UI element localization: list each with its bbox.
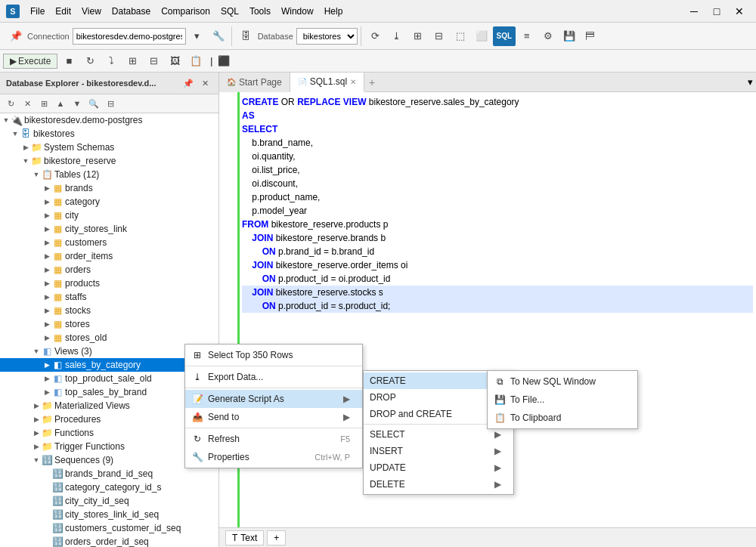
toolbar-more-btn[interactable]: ≡ [517, 26, 537, 46]
tree-table-orders[interactable]: ▶ ▦ orders [0, 263, 218, 277]
sidebar-collapse-btn[interactable]: ▲ [53, 96, 68, 111]
sidebar-disconnect-btn[interactable]: ✕ [20, 96, 35, 111]
exec-btn7[interactable]: ⬛ [214, 51, 234, 71]
toolbar-settings-btn[interactable]: ⚙ [538, 26, 558, 46]
menu-send-to[interactable]: 📤 Send to ▶ [185, 408, 362, 426]
stop-button[interactable]: ■ [59, 51, 79, 71]
sidebar-filter2-btn[interactable]: ⊟ [103, 96, 118, 111]
send-to-arrow-icon: ▶ [343, 412, 350, 422]
tab-sql1-close[interactable]: ✕ [350, 78, 356, 86]
menu-window[interactable]: Window [277, 5, 318, 18]
tab-start-page[interactable]: 🏠 Start Page [219, 73, 290, 92]
table-icon-stores-old: ▦ [51, 332, 64, 344]
exec-btn5[interactable]: 🖼 [165, 51, 184, 71]
toolbar-action3-btn[interactable]: ⊞ [408, 26, 428, 46]
submenu-delete[interactable]: DELETE ▶ [364, 476, 513, 493]
tree-table-customers[interactable]: ▶ ▦ customers [0, 236, 218, 249]
tree-table-city-stores-link[interactable]: ▶ ▦ city_stores_link [0, 222, 218, 236]
toolbar-action4-btn[interactable]: ⊟ [429, 26, 449, 46]
menu-generate-script[interactable]: 📝 Generate Script As ▶ [185, 390, 362, 408]
submenu-to-clipboard[interactable]: 📋 To Clipboard [488, 409, 637, 427]
menu-help[interactable]: Help [320, 5, 348, 18]
toolbar-conn-arrow[interactable]: ▾ [187, 26, 207, 46]
tree-table-stocks[interactable]: ▶ ▦ stocks [0, 304, 218, 317]
refresh-button[interactable]: ↻ [80, 51, 100, 71]
toolbar-action6-btn[interactable]: ⬜ [472, 26, 491, 46]
tree-table-products[interactable]: ▶ ▦ products [0, 277, 218, 290]
menu-comparison[interactable]: Comparison [156, 5, 215, 18]
tree-seq-category[interactable]: 🔢 category_category_id_s [0, 481, 218, 494]
submenu-update[interactable]: UPDATE ▶ [364, 459, 513, 476]
editor-line-14: ON p.product_id = oi.product_id [242, 272, 753, 286]
submenu-insert[interactable]: INSERT ▶ [364, 443, 513, 459]
tree-database[interactable]: ▼ 🗄 bikestores [0, 127, 218, 141]
toolbar-action2-btn[interactable]: ⤓ [387, 26, 407, 46]
menu-database[interactable]: Database [107, 5, 155, 18]
menu-tools[interactable]: Tools [245, 5, 275, 18]
submenu-update-arrow: ▶ [494, 462, 501, 473]
tree-seq-city-stores[interactable]: 🔢 city_stores_link_id_seq [0, 508, 218, 521]
exec-btn2[interactable]: ⤵ [101, 51, 121, 71]
menu-properties[interactable]: 🔧 Properties Ctrl+W, P [185, 448, 362, 466]
tab-sql1[interactable]: 📄 SQL1.sql ✕ [290, 73, 364, 92]
start-page-icon: 🏠 [227, 78, 236, 86]
tree-table-staffs[interactable]: ▶ ▦ staffs [0, 290, 218, 304]
tab-overflow-button[interactable]: ▾ [748, 76, 756, 88]
tree-table-brands[interactable]: ▶ ▦ brands [0, 181, 218, 195]
tree-table-stores-old[interactable]: ▶ ▦ stores_old [0, 331, 218, 345]
toolbar-props-btn[interactable]: 🔧 [209, 26, 228, 46]
toolbar-save-btn[interactable]: 💾 [559, 26, 579, 46]
submenu-to-new-window[interactable]: ⧉ To New SQL Window [488, 372, 637, 391]
tree-table-stores[interactable]: ▶ ▦ stores [0, 317, 218, 331]
execute-button[interactable]: ▶ Execute [3, 54, 57, 69]
table-icon-stores: ▦ [51, 318, 64, 330]
menu-sql[interactable]: SQL [216, 5, 243, 18]
close-button[interactable]: ✕ [729, 4, 750, 19]
sidebar-pin-btn[interactable]: 📌 [181, 76, 196, 91]
menu-file[interactable]: File [26, 5, 49, 18]
tree-schema[interactable]: ▼ 📁 bikestore_reserve [0, 154, 218, 168]
submenu-insert-arrow: ▶ [494, 446, 501, 456]
exec-btn3[interactable]: ⊞ [122, 51, 142, 71]
tree-table-order-items[interactable]: ▶ ▦ order_items [0, 249, 218, 263]
bottom-tab-text[interactable]: T Text [225, 530, 264, 545]
tree-table-city-label: city [65, 210, 79, 221]
menu-select-top[interactable]: ⊞ Select Top 350 Rows [185, 346, 362, 364]
menu-view[interactable]: View [77, 5, 106, 18]
exec-btn6[interactable]: 📋 [186, 51, 206, 71]
maximize-button[interactable]: □ [706, 4, 727, 19]
minimize-button[interactable]: ─ [683, 4, 705, 19]
menu-edit[interactable]: Edit [51, 5, 76, 18]
bottom-tab-add[interactable]: + [267, 530, 286, 545]
tree-system-schemas[interactable]: ▶ 📁 System Schemas [0, 141, 218, 154]
menu-refresh[interactable]: ↻ Refresh F5 [185, 430, 362, 448]
toolbar-bookmark-btn[interactable]: ⛿ [581, 26, 600, 46]
seq-icon-brands: 🔢 [51, 468, 64, 480]
tree-root[interactable]: ▼ 🔌 bikestoresdev.demo-postgres [0, 113, 218, 127]
sidebar-close-btn[interactable]: ✕ [197, 76, 212, 91]
tab-add-button[interactable]: + [364, 76, 380, 88]
menu-export[interactable]: ⤓ Export Data... [185, 368, 362, 386]
sidebar-refresh-btn[interactable]: ↻ [3, 96, 18, 111]
toolbar-pin-btn[interactable]: 📌 [6, 26, 26, 46]
tree-mat-views-label: Materialized Views [54, 400, 130, 411]
tree-seq-city[interactable]: 🔢 city_city_id_seq [0, 494, 218, 508]
exec-btn4[interactable]: ⊟ [144, 51, 163, 71]
toolbar-db-btn[interactable]: 🗄 [237, 26, 256, 46]
sidebar-filter-btn[interactable]: 🔍 [86, 96, 101, 111]
tree-seq-orders[interactable]: 🔢 orders_order_id_seq [0, 535, 218, 547]
tree-seq-customers[interactable]: 🔢 customers_customer_id_seq [0, 521, 218, 535]
tree-arrow-seq-ord [42, 537, 51, 546]
sql-button[interactable]: SQL [493, 26, 516, 46]
sidebar-new-btn[interactable]: ⊞ [36, 96, 51, 111]
connection-input[interactable] [73, 28, 186, 45]
tree-seq-brands[interactable]: 🔢 brands_brand_id_seq [0, 467, 218, 481]
submenu-to-file[interactable]: 💾 To File... [488, 391, 637, 409]
database-dropdown[interactable]: bikestores [296, 28, 358, 45]
tree-tables[interactable]: ▼ 📋 Tables (12) [0, 168, 218, 181]
tree-table-city[interactable]: ▶ ▦ city [0, 209, 218, 222]
tree-table-category[interactable]: ▶ ▦ category [0, 195, 218, 209]
sidebar-expand-btn[interactable]: ▼ [70, 96, 85, 111]
toolbar-action5-btn[interactable]: ⬚ [451, 26, 470, 46]
toolbar-action1-btn[interactable]: ⟳ [366, 26, 386, 46]
